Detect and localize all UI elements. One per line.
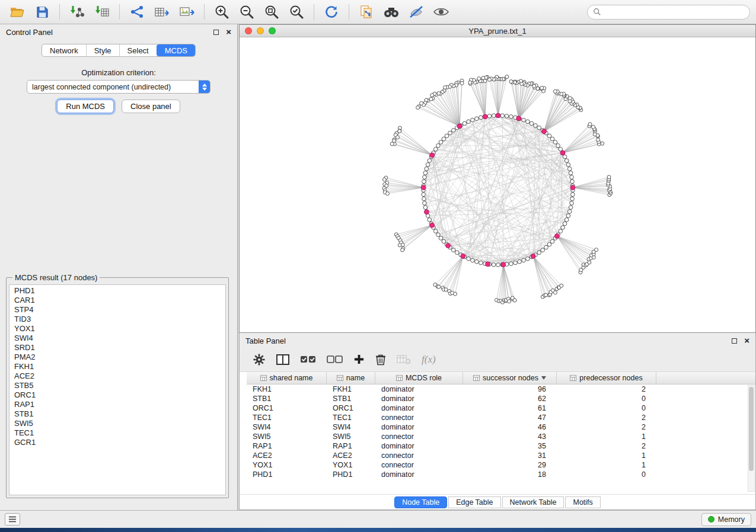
cell-predecessors: 0 xyxy=(557,404,656,412)
tab-node-table[interactable]: Node Table xyxy=(394,496,447,508)
mcds-result-item[interactable]: PMA2 xyxy=(9,352,225,362)
cell-predecessors: 2 xyxy=(557,442,656,450)
deselect-all-icon[interactable] xyxy=(327,354,343,366)
cell-successors: 31 xyxy=(463,451,557,460)
float-table-panel-icon[interactable] xyxy=(732,338,737,344)
table-row[interactable]: YOX1YOX1connector291 xyxy=(247,460,755,470)
column-header-shared-name[interactable]: shared name xyxy=(247,372,327,384)
show-hidden-button[interactable] xyxy=(430,2,452,21)
cell-predecessors: 0 xyxy=(557,395,656,403)
clone-network-button[interactable] xyxy=(355,2,378,21)
cell-role: dominator xyxy=(375,395,463,403)
mcds-result-item[interactable]: GCR1 xyxy=(9,438,225,447)
column-header-predecessor-nodes[interactable]: predecessor nodes xyxy=(557,372,656,384)
zoom-in-icon xyxy=(214,4,229,20)
mcds-result-item[interactable]: TID3 xyxy=(9,315,225,324)
maximize-window-icon[interactable] xyxy=(269,27,276,34)
tab-style[interactable]: Style xyxy=(86,44,119,56)
close-panel-icon[interactable]: × xyxy=(226,29,231,35)
scrollbar-thumb[interactable] xyxy=(749,387,754,471)
table-row[interactable]: STB1STB1dominator620 xyxy=(247,394,755,403)
search-box[interactable] xyxy=(587,5,750,20)
zoom-in-button[interactable] xyxy=(210,2,233,21)
float-panel-icon[interactable] xyxy=(213,30,219,35)
cell-role: connector xyxy=(375,451,463,460)
mcds-result-item[interactable]: STB5 xyxy=(9,381,225,390)
close-window-icon[interactable] xyxy=(245,27,252,34)
run-mcds-button[interactable]: Run MCDS xyxy=(57,100,114,113)
export-image-button[interactable] xyxy=(176,2,198,21)
export-table-button[interactable] xyxy=(151,2,173,21)
status-menu-button[interactable] xyxy=(5,513,20,525)
mcds-result-item[interactable]: FKH1 xyxy=(9,362,225,371)
table-row[interactable]: FKH1FKH1dominator962 xyxy=(247,384,755,394)
column-header-name[interactable]: name xyxy=(327,372,375,384)
minimize-window-icon[interactable] xyxy=(257,27,264,34)
cell-predecessors: 1 xyxy=(557,432,656,441)
save-session-button[interactable] xyxy=(31,2,53,21)
show-columns-icon[interactable] xyxy=(276,354,289,366)
memory-button[interactable]: Memory xyxy=(701,513,751,526)
export-image-icon xyxy=(179,5,194,19)
tab-network-table[interactable]: Network Table xyxy=(502,496,564,508)
cell-name: STB1 xyxy=(327,395,375,403)
mcds-result-item[interactable]: YOX1 xyxy=(9,324,225,334)
tab-network[interactable]: Network xyxy=(42,44,86,56)
import-table-button[interactable] xyxy=(91,2,113,21)
hide-selected-icon xyxy=(409,5,424,19)
table-row[interactable]: SWI4SWI4dominator462 xyxy=(247,422,755,432)
tab-select[interactable]: Select xyxy=(119,44,157,56)
delete-column-icon[interactable] xyxy=(375,354,386,366)
node-table: shared namenameMCDS rolesuccessor nodesp… xyxy=(240,372,755,494)
open-file-button[interactable] xyxy=(6,2,28,21)
network-title-bar[interactable]: YPA_prune.txt_1 xyxy=(240,25,755,37)
first-neighbors-button[interactable] xyxy=(380,2,403,21)
mcds-result-item[interactable]: STP4 xyxy=(9,305,225,315)
cell-predecessors: 2 xyxy=(557,385,656,393)
mcds-result-item[interactable]: ORC1 xyxy=(9,390,225,400)
column-header-MCDS-role[interactable]: MCDS role xyxy=(375,372,463,384)
cell-successors: 62 xyxy=(463,395,557,403)
mcds-result-item[interactable]: SRD1 xyxy=(9,343,225,352)
column-header-successor-nodes[interactable]: successor nodes xyxy=(463,372,557,384)
mcds-result-item[interactable]: PHD1 xyxy=(9,286,225,296)
table-settings-gear-icon[interactable] xyxy=(253,353,266,366)
export-network-button[interactable] xyxy=(126,2,148,21)
mcds-result-item[interactable]: ACE2 xyxy=(9,371,225,381)
tab-motifs[interactable]: Motifs xyxy=(565,496,600,508)
zoom-fit-button[interactable] xyxy=(260,2,283,21)
table-row[interactable]: ORC1ORC1dominator610 xyxy=(247,403,755,413)
table-row[interactable]: SWI5SWI5connector431 xyxy=(247,432,755,441)
select-all-icon[interactable] xyxy=(300,354,316,366)
criterion-dropdown[interactable]: largest connected component (undirected) xyxy=(27,80,210,94)
table-row[interactable]: PHD1PHD1dominator180 xyxy=(247,470,755,479)
status-bar: Memory xyxy=(0,510,756,528)
network-window-title: YPA_prune.txt_1 xyxy=(468,27,526,36)
import-network-button[interactable] xyxy=(66,2,88,21)
mcds-result-item[interactable]: SWI5 xyxy=(9,419,225,428)
zoom-out-button[interactable] xyxy=(235,2,258,21)
cell-shared_name: ORC1 xyxy=(247,404,327,412)
mcds-result-item[interactable]: SWI4 xyxy=(9,334,225,343)
hide-selected-button[interactable] xyxy=(405,2,428,21)
refresh-view-button[interactable] xyxy=(320,2,343,21)
close-panel-button[interactable]: Close panel xyxy=(122,100,180,113)
network-canvas[interactable] xyxy=(240,37,755,332)
mcds-result-item[interactable]: TEC1 xyxy=(9,428,225,438)
table-row[interactable]: ACE2ACE2connector311 xyxy=(247,451,755,460)
mcds-result-item[interactable]: RAP1 xyxy=(9,400,225,409)
mcds-result-item[interactable]: CAR1 xyxy=(9,296,225,305)
tab-mcds[interactable]: MCDS xyxy=(157,44,195,56)
close-table-panel-icon[interactable]: × xyxy=(744,338,749,344)
cell-name: FKH1 xyxy=(327,385,375,393)
table-scrollbar[interactable] xyxy=(748,385,755,492)
search-input[interactable] xyxy=(605,8,744,16)
table-row[interactable]: TEC1TEC1connector472 xyxy=(247,413,755,422)
mcds-result-list[interactable]: PHD1CAR1STP4TID3YOX1SWI4SRD1PMA2FKH1ACE2… xyxy=(9,284,226,495)
add-column-icon[interactable] xyxy=(353,354,365,365)
mcds-result-item[interactable]: STB1 xyxy=(9,409,225,419)
table-row[interactable]: RAP1RAP1dominator352 xyxy=(247,441,755,451)
cell-shared_name: YOX1 xyxy=(247,461,327,469)
zoom-selected-button[interactable] xyxy=(285,2,308,21)
tab-edge-table[interactable]: Edge Table xyxy=(448,496,500,508)
